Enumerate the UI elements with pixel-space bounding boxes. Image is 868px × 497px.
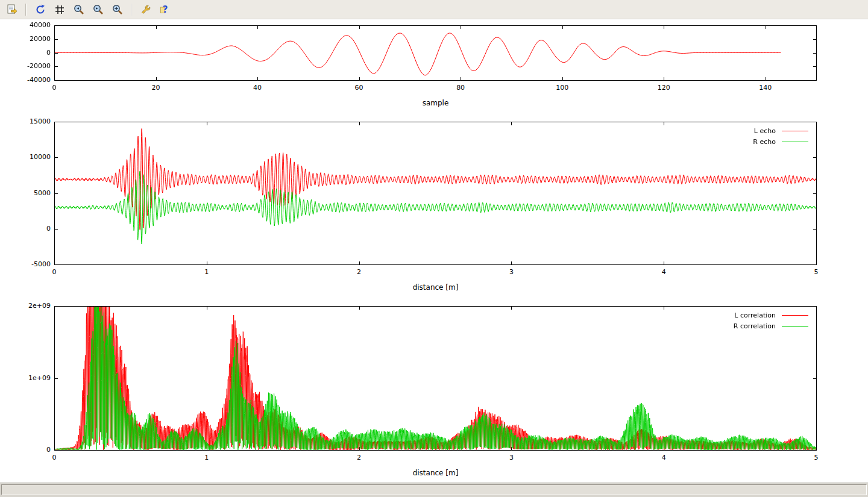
- y-tick-label: 5000: [0, 189, 51, 198]
- svg-text:?: ?: [162, 4, 168, 15]
- legend: L correlationR correlation: [734, 311, 808, 330]
- x-tick-label: 1: [189, 454, 225, 461]
- x-tick-label: 120: [646, 84, 682, 92]
- plot-area[interactable]: [54, 25, 817, 81]
- toolbar-button-configure[interactable]: [137, 1, 154, 17]
- grid-icon: [54, 4, 66, 16]
- x-tick-label: 5: [798, 268, 834, 276]
- y-tick-label: -20000: [0, 62, 51, 70]
- legend-entry: L echo: [753, 127, 808, 134]
- y-tick-label: 20000: [0, 35, 51, 43]
- plot-area[interactable]: [54, 306, 817, 451]
- x-tick-label: 0: [36, 268, 72, 276]
- zoom-next-icon: [92, 4, 104, 16]
- y-tick-label: 10000: [0, 153, 51, 161]
- x-tick-label: 60: [341, 84, 377, 92]
- toolbar-button-autoscale[interactable]: [109, 1, 125, 17]
- toolbar-button-zoom-next[interactable]: [90, 1, 106, 17]
- plot-area[interactable]: [54, 122, 817, 265]
- x-tick-label: 100: [544, 84, 580, 92]
- legend-entry: L correlation: [734, 311, 808, 319]
- legend-entry: R correlation: [734, 322, 808, 330]
- x-tick-label: 2: [341, 454, 377, 461]
- y-tick-label: 15000: [0, 117, 51, 126]
- toolbar-separator: [25, 4, 27, 16]
- legend-line-sample: [782, 315, 808, 316]
- help-icon: ?: [159, 4, 171, 16]
- y-tick-label: 0: [0, 225, 51, 233]
- x-axis-label: sample: [54, 99, 817, 107]
- x-tick-label: 3: [493, 454, 529, 461]
- legend-entry: R echo: [753, 138, 808, 145]
- y-tick-label: 1e+09: [0, 374, 51, 383]
- y-tick-label: 2e+09: [0, 302, 51, 310]
- y-tick-label: 0: [0, 446, 51, 454]
- legend-line-sample: [782, 142, 808, 142]
- y-tick-label: 40000: [0, 21, 51, 30]
- legend: L echoR echo: [753, 127, 808, 145]
- x-tick-label: 5: [798, 454, 834, 461]
- x-tick-label: 40: [239, 84, 275, 92]
- y-tick-label: 0: [0, 49, 51, 57]
- autoscale-icon: [112, 4, 124, 16]
- legend-label: L echo: [754, 127, 776, 135]
- y-tick-label: -5000: [0, 260, 51, 269]
- legend-label: L correlation: [734, 311, 776, 319]
- toolbar-button-copy-to-clipboard[interactable]: [4, 1, 20, 17]
- x-tick-label: 80: [442, 84, 479, 92]
- toolbar-button-replot[interactable]: [32, 1, 48, 17]
- toolbar: ?: [0, 0, 868, 19]
- status-bar: [0, 483, 868, 497]
- x-tick-label: 3: [493, 268, 529, 276]
- x-tick-label: 2: [341, 268, 377, 276]
- x-tick-label: 0: [36, 454, 72, 461]
- refresh-icon: [34, 4, 46, 16]
- x-tick-label: 20: [138, 84, 174, 92]
- legend-line-sample: [782, 131, 808, 131]
- plots-region: -40000-2000002000040000 0204060801001201…: [0, 19, 868, 483]
- x-tick-label: 0: [36, 84, 72, 92]
- x-tick-label: 4: [646, 268, 682, 276]
- legend-label: R echo: [753, 138, 776, 146]
- legend-label: R correlation: [734, 322, 776, 330]
- toolbar-separator: [131, 4, 132, 16]
- toolbar-button-zoom-previous[interactable]: [71, 1, 87, 17]
- toolbar-button-toggle-grid[interactable]: [51, 1, 68, 17]
- legend-line-sample: [782, 326, 808, 327]
- wrench-icon: [140, 4, 152, 16]
- window: ? -40000-2000002000040000 02040608010012…: [0, 0, 868, 497]
- toolbar-button-help[interactable]: ?: [157, 1, 173, 17]
- zoom-previous-icon: [73, 4, 85, 16]
- copy-icon: [6, 4, 18, 16]
- x-axis-label: distance [m]: [54, 469, 817, 477]
- status-field: [1, 484, 867, 495]
- x-tick-label: 1: [189, 268, 225, 276]
- x-axis-label: distance [m]: [54, 283, 817, 292]
- x-tick-label: 140: [747, 84, 784, 92]
- chart-echo: -5000050001000015000 012345 distance [m]…: [0, 122, 868, 296]
- chart-waveform: -40000-2000002000040000 0204060801001201…: [0, 25, 868, 112]
- x-tick-label: 4: [646, 454, 682, 461]
- chart-correlation: 01e+092e+09 012345 distance [m] L correl…: [0, 306, 868, 482]
- y-tick-label: -40000: [0, 76, 51, 84]
